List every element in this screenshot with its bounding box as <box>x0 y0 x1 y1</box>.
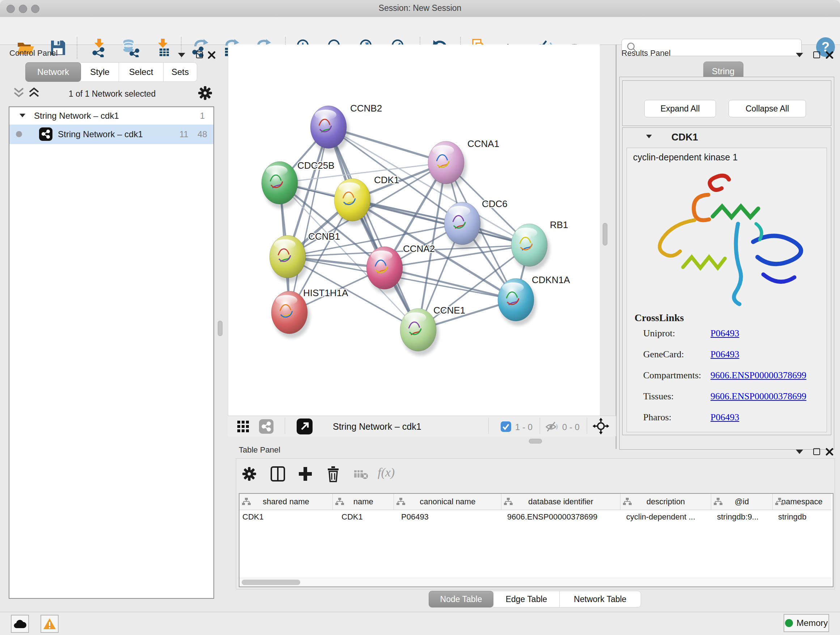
network-node-CCNA1[interactable] <box>428 141 467 188</box>
network-graph[interactable]: CCNB2CCNA1CDC25BCDK1CDC6RB1CCNB1CCNA2CDK… <box>228 44 600 416</box>
title-bar: Session: New Session <box>0 0 840 17</box>
table-options-gear-icon[interactable] <box>242 466 257 481</box>
node-label-CCNA2: CCNA2 <box>403 243 435 254</box>
network-node-RB1[interactable] <box>511 224 550 271</box>
show-columns-icon[interactable] <box>270 466 286 482</box>
scrollbar-thumb[interactable] <box>242 580 300 585</box>
network-node-CDC6[interactable] <box>444 202 483 249</box>
node-label-RB1: RB1 <box>550 219 568 230</box>
table-panel-close-icon[interactable] <box>826 448 834 456</box>
node-label-CCNB2: CCNB2 <box>350 103 382 114</box>
horizontal-splitter-handle[interactable] <box>529 439 542 443</box>
network-edge[interactable] <box>289 127 328 312</box>
collection-expand-icon[interactable] <box>19 114 25 117</box>
right-splitter-handle[interactable] <box>603 223 607 245</box>
hidden-eye-icon <box>546 421 559 433</box>
toolbar-separator <box>77 37 77 59</box>
network-node-CCNB2[interactable] <box>310 106 349 153</box>
crosslink-row: Uniprot: P06493 <box>619 325 829 346</box>
cell-name[interactable]: CDK1 <box>333 510 394 524</box>
column-header-namespace[interactable]: namespace <box>773 494 831 510</box>
cytoscape-window: Session: New Session <box>0 0 840 635</box>
network-badge-toggle-icon[interactable] <box>259 419 273 434</box>
expand-all-networks-icon[interactable] <box>28 87 41 99</box>
crosslink-uniprot-link[interactable]: P06493 <box>711 328 739 339</box>
expand-all-button[interactable]: Expand All <box>644 100 716 117</box>
column-header-canonical-name[interactable]: canonical name <box>394 494 501 510</box>
left-splitter-handle[interactable] <box>218 321 223 336</box>
collapse-all-networks-icon[interactable] <box>13 87 26 99</box>
import-table-icon[interactable] <box>153 38 172 57</box>
node-label-HIST1H1A: HIST1H1A <box>303 287 348 298</box>
tab-network-table[interactable]: Network Table <box>560 591 641 608</box>
collection-name: String Network – cdk1 <box>34 111 119 121</box>
network-name: String Network – cdk1 <box>58 129 143 139</box>
network-node-CCNA2[interactable] <box>366 247 405 294</box>
crosslink-tissues-link[interactable]: 9606.ENSP00000378699 <box>711 391 806 402</box>
network-row-selected[interactable]: String Network – cdk1 11 48 <box>9 125 213 144</box>
table-panel-menu-icon[interactable] <box>796 450 803 454</box>
crosslink-row: Tissues: 9606.ENSP00000378699 <box>619 388 829 409</box>
toolbar-separator <box>285 418 285 434</box>
detach-view-icon[interactable] <box>297 418 313 434</box>
column-header-description[interactable]: description <box>621 494 711 510</box>
cell-database-identifier[interactable]: 9606.ENSP00000378699 <box>501 510 621 524</box>
birdseye-crosshair-icon[interactable] <box>592 418 609 434</box>
tab-network[interactable]: Network <box>25 62 81 82</box>
column-header-id[interactable]: @id <box>711 494 772 510</box>
crosslink-genecard-link[interactable]: P06493 <box>711 349 739 360</box>
control-panel-tabs: Network Style Select Sets <box>25 62 197 82</box>
cdk1-collapse-icon[interactable] <box>646 135 652 138</box>
cell-description[interactable]: cyclin-dependent ... <box>621 510 711 524</box>
create-column-plus-icon[interactable] <box>298 466 313 481</box>
crosslink-compartments-link[interactable]: 9606.ENSP00000378699 <box>711 370 806 381</box>
import-network-icon[interactable] <box>90 38 109 57</box>
column-header-database-identifier[interactable]: database identifier <box>501 494 621 510</box>
delete-column-trash-icon[interactable] <box>325 466 341 482</box>
results-panel-close-icon[interactable] <box>826 51 834 59</box>
crosslink-label: GeneCard: <box>643 349 684 360</box>
selected-checkbox-icon[interactable] <box>501 421 511 432</box>
network-options-gear-icon[interactable] <box>197 86 213 101</box>
control-panel-close-icon[interactable] <box>208 51 216 59</box>
network-collection-row[interactable]: String Network – cdk1 1 <box>9 107 213 125</box>
grid-view-icon[interactable] <box>237 420 249 433</box>
tab-edge-table[interactable]: Edge Table <box>493 591 560 608</box>
toolbar-separator <box>587 418 587 434</box>
control-panel-float-icon[interactable] <box>196 51 203 58</box>
panel-divider[interactable] <box>616 44 616 449</box>
table-horizontal-scrollbar[interactable] <box>240 578 831 586</box>
status-bar <box>0 612 840 635</box>
network-node-CDKN1A[interactable] <box>498 279 537 325</box>
warning-button[interactable] <box>41 615 58 633</box>
collapse-all-button[interactable]: Collapse All <box>729 100 806 117</box>
cell-namespace[interactable]: stringdb <box>772 510 831 524</box>
import-network-from-database-icon[interactable] <box>121 38 140 57</box>
column-header-shared-name[interactable]: shared name <box>240 494 333 510</box>
network-status-dot <box>16 131 22 137</box>
network-node-CDC25B[interactable] <box>262 162 300 209</box>
crosslink-pharos-link[interactable]: P06493 <box>711 412 739 423</box>
network-node-CDK1[interactable] <box>334 179 373 226</box>
table-row[interactable]: CDK1 CDK1 P06493 9606.ENSP00000378699 cy… <box>240 510 831 524</box>
network-node-CCNE1[interactable] <box>400 309 439 356</box>
control-panel-title: Control Panel <box>9 49 57 58</box>
hidden-counts: 0 - 0 <box>562 422 579 432</box>
tab-node-table[interactable]: Node Table <box>429 591 493 608</box>
results-panel-float-icon[interactable] <box>813 51 820 58</box>
cell-id[interactable]: stringdb:9... <box>711 510 772 524</box>
tab-style[interactable]: Style <box>81 62 119 82</box>
cell-shared-name[interactable]: CDK1 <box>240 510 333 524</box>
tab-select[interactable]: Select <box>119 62 164 82</box>
network-edge[interactable] <box>328 127 418 330</box>
column-header-name[interactable]: name <box>333 494 394 510</box>
table-panel-float-icon[interactable] <box>813 448 820 455</box>
cell-canonical-name[interactable]: P06493 <box>394 510 501 524</box>
tab-sets[interactable]: Sets <box>164 62 197 82</box>
memory-button[interactable]: Memory <box>783 614 829 632</box>
cloud-button[interactable] <box>11 615 29 633</box>
results-panel-menu-icon[interactable] <box>796 53 803 57</box>
control-panel-menu-icon[interactable] <box>178 53 185 57</box>
selected-counts: 1 - 0 <box>515 422 532 432</box>
network-selection-status: 1 of 1 Network selected <box>47 89 177 99</box>
